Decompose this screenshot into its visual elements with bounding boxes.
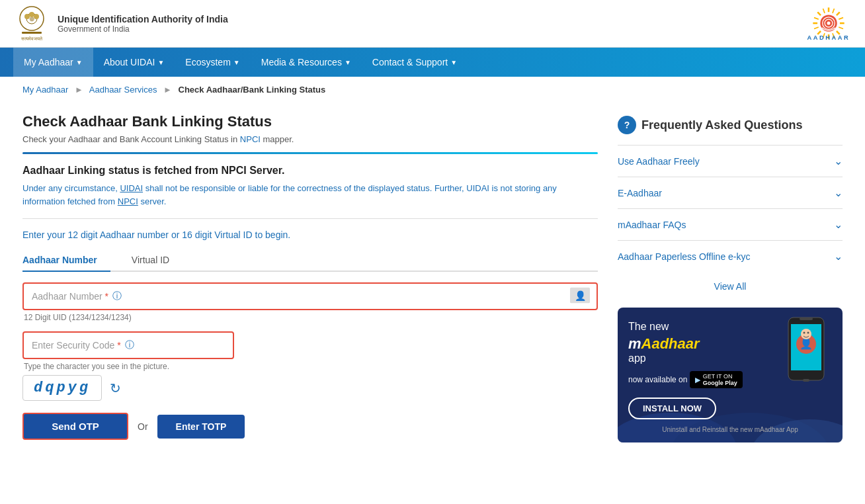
security-code-group: Enter Security Code * ⓘ Type the charact… (22, 331, 598, 401)
faq-icon: ? (618, 116, 636, 134)
or-separator: Or (138, 421, 148, 432)
faq-header: ? Frequently Asked Questions (618, 116, 843, 134)
svg-line-15 (817, 12, 821, 15)
aadhaar-number-group: Aadhaar Number * ⓘ 👤 12 Digit UID (1234/… (22, 282, 598, 322)
chevron-down-icon: ⌄ (834, 187, 843, 199)
main-nav: My Aadhaar ▼ About UIDAI ▼ Ecosystem ▼ M… (0, 48, 865, 77)
svg-point-7 (34, 14, 39, 19)
chevron-down-icon: ▼ (345, 59, 351, 66)
maadhaar-promo-card: The new mAadhaar app now available on ▶ … (618, 308, 843, 442)
emblem-logo: ⊕ सत्यमेव जयते (13, 5, 50, 42)
aadhaar-input-hint: 12 Digit UID (1234/1234/1234) (22, 313, 598, 322)
svg-rect-33 (800, 317, 813, 320)
svg-point-27 (827, 22, 830, 25)
nav-item-ecosystem[interactable]: Ecosystem ▼ (175, 48, 250, 77)
top-divider (22, 152, 598, 154)
svg-line-13 (817, 31, 821, 34)
security-hint: Type the character you see in the pictur… (22, 362, 598, 371)
breadcrumb: My Aadhaar ► Aadhaar Services ► Check Aa… (9, 77, 856, 103)
npci-link2[interactable]: NPCI (118, 196, 138, 206)
required-indicator: * (105, 291, 108, 302)
npci-link[interactable]: NPCI (240, 134, 261, 144)
refresh-captcha-icon[interactable]: ↻ (110, 380, 121, 396)
aadhaar-input-wrapper[interactable]: Aadhaar Number * ⓘ 👤 (22, 282, 598, 310)
fingerprint-icon[interactable]: 👤 (570, 288, 590, 306)
aadhaar-logo: AADHAAR (805, 5, 852, 42)
nav-item-my-aadhaar[interactable]: My Aadhaar ▼ (13, 48, 93, 77)
faq-item-paperless[interactable]: Aadhaar Paperless Offline e-kyc ⌄ (618, 240, 843, 272)
security-input-label: Enter Security Code * (32, 340, 121, 351)
faq-item-use-aadhaar[interactable]: Use Aadhaar Freely ⌄ (618, 145, 843, 177)
captcha-area: dqpyg ↻ (22, 375, 598, 401)
site-header: ⊕ सत्यमेव जयते Unique Identification Aut… (0, 0, 865, 48)
svg-line-9 (837, 12, 840, 15)
svg-line-17 (823, 9, 825, 13)
svg-text:AADHAAR: AADHAAR (807, 34, 850, 41)
promo-app-suffix: app (628, 353, 832, 364)
content-wrapper: Check Aadhaar Bank Linking Status Check … (9, 103, 856, 442)
promo-subtitle: now available on ▶ GET IT ONGoogle Play (628, 367, 832, 388)
info-box-text: Under any circumstance, UIDAI shall not … (22, 182, 598, 208)
svg-line-22 (814, 27, 819, 29)
install-button[interactable]: INSTALL NOW (628, 398, 716, 419)
enter-totp-button[interactable]: Enter TOTP (157, 415, 245, 439)
security-required-indicator: * (117, 340, 120, 351)
svg-point-6 (29, 12, 34, 17)
form-intro: Enter your 12 digit Aadhaar number or 16… (22, 230, 598, 240)
svg-text:सत्यमेव जयते: सत्यमेव जयते (20, 36, 43, 41)
info-box-title: Aadhaar Linking status is fetched from N… (22, 165, 598, 177)
section-divider (22, 218, 598, 219)
view-all-link[interactable]: View All (618, 272, 843, 301)
tab-virtual-id[interactable]: Virtual ID (132, 249, 183, 272)
nav-item-contact-support[interactable]: Contact & Support ▼ (362, 48, 468, 77)
org-sub: Government of India (58, 24, 228, 34)
uidai-link[interactable]: UIDAI (120, 183, 143, 193)
form-tabs: Aadhaar Number Virtual ID (22, 249, 598, 272)
chevron-down-icon: ⌄ (834, 155, 843, 167)
svg-line-11 (837, 31, 840, 34)
info-icon[interactable]: ⓘ (112, 290, 122, 302)
org-name: Unique Identification Authority of India (58, 14, 228, 24)
breadcrumb-aadhaar-services[interactable]: Aadhaar Services (89, 85, 157, 95)
breadcrumb-current: Check Aadhaar/Bank Linking Status (179, 85, 326, 95)
tab-aadhaar-number[interactable]: Aadhaar Number (22, 249, 110, 272)
svg-rect-3 (22, 32, 42, 34)
promo-footer: Uninstall and Reinstall the new mAadhaar… (628, 426, 832, 433)
page-title: Check Aadhaar Bank Linking Status (22, 113, 598, 130)
nav-item-media-resources[interactable]: Media & Resources ▼ (251, 48, 362, 77)
info-box: Aadhaar Linking status is fetched from N… (22, 165, 598, 208)
chevron-down-icon: ▼ (157, 59, 164, 66)
page-subtitle: Check your Aadhaar and Bank Account Link… (22, 134, 598, 144)
captcha-image: dqpyg (22, 375, 102, 401)
send-otp-button[interactable]: Send OTP (22, 413, 128, 440)
promo-app-name: mAadhaar (628, 335, 832, 353)
svg-text:👤: 👤 (575, 290, 587, 302)
org-text: Unique Identification Authority of India… (58, 14, 228, 34)
chevron-down-icon: ▼ (450, 59, 457, 66)
security-info-icon[interactable]: ⓘ (125, 339, 134, 351)
nav-item-about-uidai[interactable]: About UIDAI ▼ (93, 48, 175, 77)
svg-line-18 (839, 18, 843, 20)
header-left: ⊕ सत्यमेव जयते Unique Identification Aut… (13, 5, 228, 42)
chevron-down-icon: ⌄ (834, 218, 843, 231)
svg-line-23 (814, 18, 819, 20)
main-content: Check Aadhaar Bank Linking Status Check … (22, 103, 618, 442)
faq-title: Frequently Asked Questions (641, 118, 802, 132)
svg-point-5 (24, 14, 30, 19)
svg-line-19 (839, 27, 843, 29)
breadcrumb-my-aadhaar[interactable]: My Aadhaar (22, 85, 68, 95)
google-play-badge[interactable]: ▶ GET IT ONGoogle Play (690, 371, 743, 388)
chevron-down-icon: ⌄ (834, 250, 843, 263)
faq-item-e-aadhaar[interactable]: E-Aadhaar ⌄ (618, 177, 843, 208)
security-input-wrapper[interactable]: Enter Security Code * ⓘ (22, 331, 234, 359)
sidebar: ? Frequently Asked Questions Use Aadhaar… (618, 103, 843, 442)
promo-title: The new (628, 321, 832, 333)
aadhaar-input-label: Aadhaar Number * (32, 291, 108, 302)
svg-line-16 (833, 9, 835, 13)
store-label: GET IT ONGoogle Play (703, 373, 737, 386)
chevron-down-icon: ▼ (76, 59, 83, 66)
chevron-down-icon: ▼ (233, 59, 240, 66)
form-button-row: Send OTP Or Enter TOTP (22, 413, 598, 440)
faq-item-maadhaar[interactable]: mAadhaar FAQs ⌄ (618, 208, 843, 240)
